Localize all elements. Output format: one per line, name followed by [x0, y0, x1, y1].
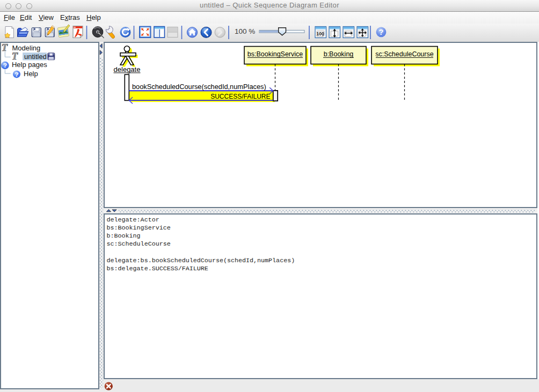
svg-text:bookScheduledCourse(schedId,nu: bookScheduledCourse(schedId,numPlaces) [132, 83, 266, 91]
svg-text:?: ? [3, 62, 7, 69]
svg-text:T: T [12, 51, 18, 62]
svg-text:delegate: delegate [114, 65, 141, 73]
svg-text:untitled: untitled [24, 53, 47, 61]
svg-text:bs:BookingService: bs:BookingService [247, 50, 303, 58]
svg-text:SUCCESS/FAILURE: SUCCESS/FAILURE [210, 93, 270, 100]
svg-text:sc:ScheduleCourse: sc:ScheduleCourse [375, 50, 433, 58]
svg-text:100 %: 100 % [235, 27, 255, 35]
svg-text:100: 100 [317, 31, 325, 36]
svg-text:?: ? [14, 71, 18, 78]
svg-text:?: ? [379, 28, 384, 36]
svg-text:b:Booking: b:Booking [324, 50, 354, 58]
svg-text:Help pages: Help pages [12, 61, 47, 69]
svg-text:Help: Help [24, 70, 38, 78]
svg-text:T: T [2, 43, 8, 53]
